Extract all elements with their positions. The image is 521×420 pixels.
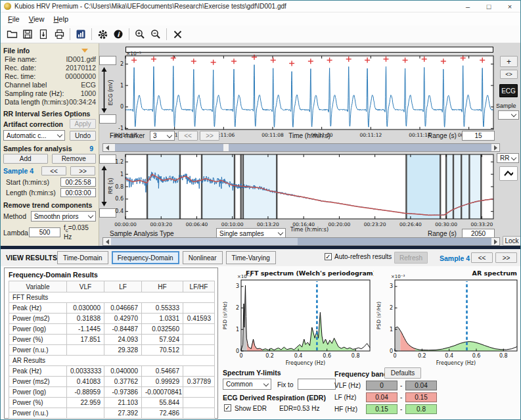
ecg-plot[interactable]: -101200:11:0200:11:0400:11:0600:11:0800:… bbox=[104, 51, 500, 141]
menu-help[interactable]: Help bbox=[49, 14, 73, 24]
export-report-icon[interactable] bbox=[35, 27, 51, 41]
undo-button[interactable]: Undo bbox=[70, 131, 96, 141]
artifact-correction-select[interactable]: Automatic c... bbox=[3, 130, 65, 141]
band-to-input[interactable]: 0.8 bbox=[405, 404, 437, 414]
svg-text:0.6: 0.6 bbox=[115, 196, 124, 202]
open-file-icon[interactable] bbox=[4, 27, 20, 41]
preferences-icon[interactable] bbox=[95, 27, 110, 41]
tab-frequency-domain[interactable]: Frequency-Domain bbox=[112, 251, 179, 264]
column-header: VLF bbox=[67, 281, 104, 292]
waveform-icon bbox=[504, 170, 513, 177]
find-marker-select[interactable]: 3 bbox=[150, 131, 175, 141]
menu-file[interactable]: File bbox=[3, 14, 24, 24]
menu-bar: FileViewHelp bbox=[1, 12, 520, 26]
band-label: HF (Hz) bbox=[334, 406, 357, 413]
column-header: HF bbox=[142, 281, 183, 292]
band-from-input[interactable]: 0.04 bbox=[366, 392, 397, 402]
close-window-button[interactable]: × bbox=[499, 1, 520, 12]
rr-scroll-right-button[interactable] bbox=[491, 238, 499, 245]
lambda-input[interactable] bbox=[29, 227, 60, 237]
file-info-value: 1000 bbox=[81, 89, 96, 97]
value-cell: 29.328 bbox=[104, 345, 142, 356]
auto-refresh-checkbox[interactable]: ✓ bbox=[325, 253, 332, 260]
prev-marker-button[interactable]: << bbox=[178, 131, 198, 141]
current-sample-label: Sample 4 bbox=[3, 167, 41, 175]
sample-start-label: Start (h:min:s) bbox=[6, 178, 49, 186]
variable-cell: Power (n.u.) bbox=[9, 408, 67, 419]
ecg-channel-button[interactable]: ECG bbox=[499, 84, 518, 97]
table-row: Power (%)22.95921.10355.844 bbox=[9, 398, 215, 408]
find-marker-label: Find marker bbox=[110, 132, 145, 139]
svg-text:0.8: 0.8 bbox=[115, 184, 124, 190]
maximize-button[interactable]: □ bbox=[478, 1, 499, 12]
view-results-label: VIEW RESULTS bbox=[6, 254, 57, 262]
expand-range-button[interactable]: <> bbox=[500, 70, 518, 79]
rr-scroll-track[interactable] bbox=[111, 238, 491, 245]
tab-time-domain[interactable]: Time-Domain bbox=[57, 251, 108, 264]
rr-scroll-region[interactable] bbox=[111, 238, 298, 245]
sample-length-input[interactable] bbox=[60, 188, 96, 197]
lock-button[interactable]: Lock bbox=[503, 236, 521, 246]
detrend-method-select[interactable]: Smoothn priors bbox=[31, 211, 96, 222]
value-cell: -0.97386 bbox=[104, 387, 142, 398]
zoom-out-icon[interactable] bbox=[148, 27, 164, 41]
value-cell: 72.486 bbox=[142, 408, 183, 419]
ecg-range-input[interactable] bbox=[462, 131, 495, 141]
sample-select[interactable] bbox=[498, 110, 519, 120]
results-next-sample-button[interactable]: >> bbox=[495, 252, 517, 263]
refresh-button[interactable]: Refresh bbox=[394, 252, 428, 264]
band-separator: - bbox=[400, 406, 402, 413]
add-sample-button[interactable]: Add bbox=[3, 154, 48, 164]
results-sheet-icon[interactable] bbox=[73, 27, 89, 41]
collapse-panel-icon[interactable] bbox=[81, 49, 88, 53]
next-sample-button[interactable]: >> bbox=[70, 166, 95, 175]
svg-text:00:33:20: 00:33:20 bbox=[471, 222, 493, 227]
tab-nonlinear[interactable]: Nonlinear bbox=[183, 251, 223, 264]
file-info-value: 00:34:24 bbox=[69, 98, 96, 106]
sample-start-input[interactable] bbox=[60, 177, 96, 187]
results-bar: VIEW RESULTS Time-DomainFrequency-Domain… bbox=[1, 249, 520, 266]
rr-scroll-thumb[interactable] bbox=[298, 238, 491, 245]
band-to-input[interactable]: 0.15 bbox=[405, 392, 437, 402]
about-icon[interactable]: i bbox=[110, 27, 126, 41]
minimize-button[interactable]: – bbox=[457, 1, 478, 12]
section-row: FFT Results bbox=[9, 292, 215, 303]
print-icon[interactable] bbox=[51, 27, 67, 41]
zoom-in-icon[interactable] bbox=[132, 27, 148, 41]
save-icon[interactable] bbox=[20, 27, 35, 41]
remove-sample-button[interactable]: Remove bbox=[52, 154, 97, 164]
series-select[interactable]: RR bbox=[497, 153, 519, 163]
menu-view[interactable]: View bbox=[24, 14, 49, 24]
table-row: Power (n.u.)27.39272.486 bbox=[9, 408, 215, 419]
close-file-icon[interactable] bbox=[170, 27, 185, 41]
band-from-input[interactable]: 0.15 bbox=[366, 404, 397, 414]
waveform-view-button[interactable] bbox=[499, 166, 518, 181]
rr-range-label: Range (s) bbox=[428, 230, 457, 237]
fix-to-input[interactable] bbox=[298, 379, 336, 390]
svg-text:00:00:00: 00:00:00 bbox=[114, 222, 137, 227]
show-edr-checkbox[interactable]: ✓ bbox=[224, 404, 231, 411]
rr-scroll-left-button[interactable] bbox=[103, 238, 111, 245]
variable-cell: Power (ms2) bbox=[9, 377, 67, 387]
band-to-input[interactable]: 0.04 bbox=[405, 381, 437, 390]
results-area: Frequency-Domain Results VariableVLFLFHF… bbox=[1, 266, 520, 420]
next-marker-button[interactable]: >> bbox=[200, 131, 219, 141]
spectrum-ylimits-select[interactable]: Common bbox=[223, 379, 271, 390]
results-prev-sample-button[interactable]: << bbox=[471, 252, 493, 263]
value-cell bbox=[183, 366, 215, 377]
band-from-input[interactable]: 0 bbox=[366, 381, 397, 390]
band-label: VLF (Hz) bbox=[334, 382, 361, 389]
prev-sample-button[interactable]: << bbox=[41, 166, 66, 175]
file-info-value: ECG bbox=[81, 81, 96, 89]
band-separator: - bbox=[400, 382, 402, 389]
rr-scrollbar[interactable] bbox=[102, 237, 500, 246]
toolbar: i bbox=[1, 26, 520, 43]
file-info-row: Data length (h:min:s)00:34:24 bbox=[3, 97, 96, 106]
tab-time-varying[interactable]: Time-Varying bbox=[226, 251, 276, 264]
apply-button[interactable]: Apply bbox=[70, 119, 96, 129]
bands-defaults-button[interactable]: Defaults bbox=[384, 367, 421, 379]
add-marker-button[interactable]: + bbox=[500, 56, 518, 67]
file-info-row: Sampling rate (Hz):1000 bbox=[3, 89, 96, 97]
rr-plot[interactable]: 0.40.60.811.200:00:0000:03:2000:06:4000:… bbox=[104, 151, 500, 232]
value-cell: 0.046667 bbox=[104, 303, 142, 314]
